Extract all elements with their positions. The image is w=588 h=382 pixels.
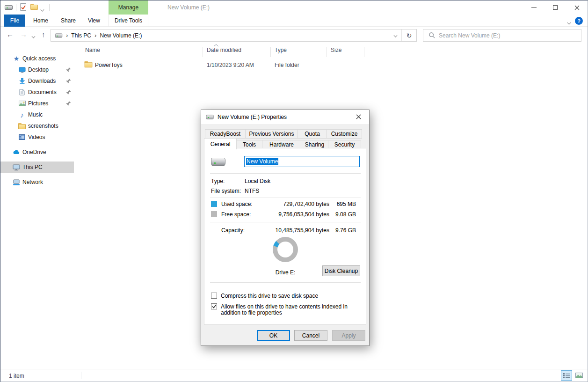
column-header-size[interactable]: Size (331, 47, 341, 53)
dialog-title-bar: New Volume (E:) Properties (201, 110, 369, 124)
used-space-size: 695 MB (330, 201, 356, 207)
sidebar-item-screenshots[interactable]: screenshots (0, 120, 74, 132)
text-caret (279, 158, 279, 165)
sidebar-item-network[interactable]: Network (0, 176, 74, 188)
column-separator[interactable] (203, 47, 203, 57)
type-value: Local Disk (245, 178, 270, 184)
refresh-button[interactable]: ↻ (401, 29, 416, 41)
capacity-bytes: 10,485,755,904 bytes (259, 227, 329, 234)
minimize-button[interactable] (523, 0, 544, 15)
address-dropdown-button[interactable] (389, 29, 401, 41)
dialog-close-button[interactable] (348, 110, 369, 124)
index-checkbox[interactable] (211, 303, 217, 309)
search-input[interactable] (439, 32, 581, 39)
breadcrumb-current[interactable]: New Volume (E:) (100, 32, 142, 39)
downloads-icon (18, 77, 26, 85)
sidebar-item-pictures[interactable]: Pictures (0, 98, 74, 109)
separator (210, 198, 361, 198)
manage-contextual-tab[interactable]: Manage (109, 0, 148, 15)
dialog-tab-row-back: ReadyBoost Previous Versions Quota Custo… (205, 129, 362, 139)
help-button[interactable]: ? (575, 17, 583, 25)
status-bar: 1 item (0, 369, 588, 382)
used-space-label: Used space: (221, 201, 253, 207)
up-button[interactable]: ↑ (42, 30, 45, 38)
filesystem-value: NTFS (245, 188, 259, 194)
search-box[interactable] (423, 29, 581, 42)
sidebar-item-quick-access[interactable]: ★ Quick access (0, 53, 74, 64)
file-row-powertoys[interactable]: PowerToys 1/10/2023 9:20 AM File folder (75, 60, 496, 70)
free-swatch (211, 211, 217, 217)
pin-icon (66, 101, 71, 106)
pin-icon (66, 67, 71, 72)
film-icon (18, 133, 26, 141)
tab-previous-versions[interactable]: Previous Versions (245, 129, 298, 139)
column-header-type[interactable]: Type (275, 47, 287, 53)
navigation-pane: ★ Quick access Desktop Downloads (0, 44, 74, 370)
forward-button[interactable]: → (20, 30, 27, 38)
thumbnails-view-icon (575, 373, 583, 378)
thumbnails-view-button[interactable] (573, 370, 585, 381)
column-separator[interactable] (327, 47, 327, 57)
index-checkbox-label[interactable]: Allow files on this drive to have conten… (221, 304, 362, 316)
close-button[interactable] (566, 0, 588, 15)
document-icon (18, 88, 26, 96)
item-count: 1 item (9, 373, 24, 379)
sidebar-item-videos[interactable]: Videos (0, 132, 74, 143)
compress-checkbox[interactable] (211, 293, 217, 299)
used-space-bytes: 729,702,400 bytes (259, 201, 329, 207)
disk-cleanup-button[interactable]: Disk Cleanup (322, 265, 360, 276)
tab-file[interactable]: File (4, 15, 25, 27)
breadcrumb-drive-icon (55, 33, 62, 37)
tab-general[interactable]: General (204, 138, 237, 149)
volume-name-selected-text: New Volume (246, 158, 278, 165)
back-button[interactable]: ← (7, 30, 14, 38)
properties-dialog: New Volume (E:) Properties ReadyBoost Pr… (201, 110, 370, 346)
close-icon (356, 114, 361, 119)
file-date-modified: 1/10/2023 9:20 AM (207, 62, 254, 68)
ok-button[interactable]: OK (257, 330, 290, 341)
window-title: New Volume (E:) (167, 4, 210, 11)
folder-icon (85, 61, 93, 68)
sidebar-item-downloads[interactable]: Downloads (0, 75, 74, 87)
free-space-bytes: 9,756,053,504 bytes (259, 211, 329, 218)
new-folder-icon[interactable] (30, 4, 38, 11)
column-separator[interactable] (270, 47, 271, 57)
breadcrumb-chevron-icon: › (66, 32, 68, 39)
file-name[interactable]: PowerToys (95, 62, 123, 68)
tab-customize[interactable]: Customize (327, 129, 362, 139)
column-separator[interactable] (364, 47, 364, 57)
tab-readyboost[interactable]: ReadyBoost (205, 129, 246, 139)
column-header-name[interactable]: Name (85, 47, 100, 53)
app-drive-icon (5, 5, 13, 11)
column-header-date-modified[interactable]: Date modified (207, 47, 241, 53)
properties-icon[interactable] (20, 3, 26, 11)
separator (210, 282, 361, 283)
tab-drive-tools[interactable]: Drive Tools (109, 15, 148, 27)
sidebar-item-onedrive[interactable]: OneDrive (0, 147, 74, 158)
column-headers: Name Date modified Type Size (75, 44, 496, 57)
sidebar-item-this-pc[interactable]: This PC (0, 162, 74, 173)
folder-icon (18, 122, 26, 130)
qat-separator (16, 4, 16, 11)
qat-customize-chevron-icon[interactable] (41, 6, 44, 13)
desktop-icon (18, 66, 26, 73)
ribbon-tab-row: File Home Share View Drive Tools ? (0, 15, 588, 27)
maximize-button[interactable] (544, 0, 566, 15)
cancel-button[interactable]: Cancel (294, 330, 327, 341)
pin-icon (66, 78, 71, 83)
volume-name-input[interactable]: New Volume (244, 156, 360, 167)
tab-quota[interactable]: Quota (298, 129, 327, 139)
sidebar-item-desktop[interactable]: Desktop (0, 64, 74, 75)
compress-checkbox-label[interactable]: Compress this drive to save disk space (221, 293, 362, 299)
sidebar-item-music[interactable]: ♪ Music (0, 109, 74, 120)
address-bar[interactable]: › This PC › New Volume (E:) ↻ (51, 29, 417, 42)
recent-locations-chevron-icon[interactable] (32, 33, 35, 39)
details-view-button[interactable] (561, 370, 572, 381)
sidebar-item-documents[interactable]: Documents (0, 87, 74, 98)
ribbon-expand-chevron-icon[interactable] (567, 19, 571, 26)
tab-view[interactable]: View (82, 15, 106, 27)
apply-button[interactable]: Apply (332, 330, 365, 341)
breadcrumb-this-pc[interactable]: This PC (71, 32, 91, 39)
tab-home[interactable]: Home (29, 15, 52, 27)
tab-share[interactable]: Share (56, 15, 80, 27)
